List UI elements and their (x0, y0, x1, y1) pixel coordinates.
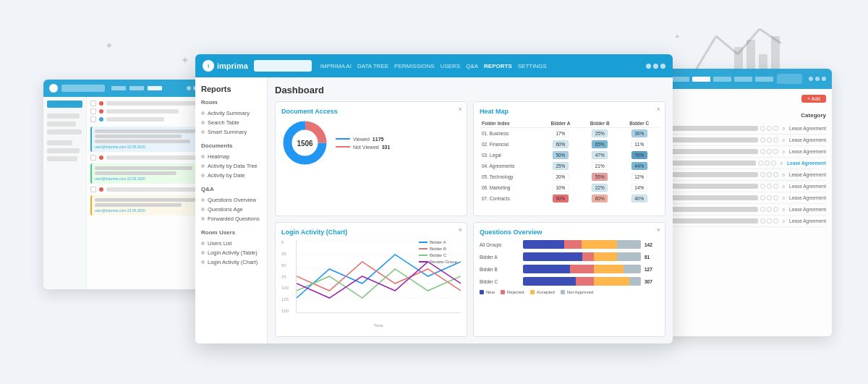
right-item-icon[interactable] (765, 161, 770, 166)
heatmap-folder: 03. Legal (480, 150, 541, 161)
nav-imprima-ai[interactable]: IMPRIMA AI (320, 63, 352, 69)
heatmap-cell: 30% (619, 128, 659, 140)
right-item-icon[interactable] (767, 184, 772, 189)
heatmap-cell: 14% (619, 182, 659, 193)
right-item-icon[interactable] (773, 184, 778, 189)
heatmap-row: 01. Business17%25%30% (480, 128, 659, 140)
sidebar-item-activity-summary[interactable]: Activity Summary (201, 108, 261, 118)
right-item-icon[interactable] (760, 207, 765, 212)
right-item-icon[interactable] (760, 172, 765, 177)
shadow-main: user@imprima.com 22.05.2020 user@imprima… (87, 97, 210, 289)
q-bar-segment (624, 265, 641, 273)
heatmap-table: Folder Index Bidder A Bidder B Bidder C … (480, 119, 659, 204)
right-nav-link-2 (692, 77, 710, 82)
q-legend-rejected: Rejected (501, 290, 524, 294)
right-item-icon[interactable] (760, 149, 765, 154)
sidebar-item-activity-date[interactable]: Activity by Date (201, 171, 261, 180)
right-item-icon[interactable] (767, 137, 772, 142)
login-activity-title: Login Activity (Chart) (281, 229, 461, 236)
y-label-150: 150 (281, 309, 296, 313)
right-item-icon[interactable] (773, 207, 778, 212)
right-item-icon[interactable] (760, 126, 765, 131)
right-item-icon[interactable] (767, 149, 772, 154)
sidebar-dot-9 (201, 217, 205, 221)
right-item-icon[interactable] (773, 218, 778, 223)
shadow-bar-3 (47, 129, 82, 135)
nav-users[interactable]: USERS (441, 63, 461, 69)
sidebar-item-questions-age[interactable]: Questions Age (201, 205, 261, 214)
legend-c-color (419, 255, 427, 256)
sidebar-dot-6 (201, 174, 205, 177)
nav-dot-1 (646, 64, 651, 69)
right-nav-link-1 (671, 77, 689, 82)
nav-logo: i imprima (203, 60, 248, 72)
right-item-icon[interactable] (773, 149, 778, 154)
shadow-q-line-3 (95, 140, 190, 143)
shadow-search (61, 85, 105, 92)
heat-map-close[interactable]: × (657, 106, 660, 113)
q-bar-value: 307 (644, 279, 659, 284)
sidebar-dot-8 (201, 208, 205, 211)
right-item-icon[interactable] (760, 195, 765, 200)
heatmap-cell: 90% (541, 193, 580, 204)
shadow-email-1: user@imprima.com 22.05.2020 (95, 145, 203, 149)
sidebar-item-questions-overview[interactable]: Questions Overview (201, 195, 261, 205)
sidebar-item-activity-data-tree[interactable]: Activity by Data Tree (201, 161, 261, 171)
shadow-a-line-2 (95, 171, 176, 175)
right-item-icon[interactable] (767, 207, 772, 212)
right-item-icon[interactable] (758, 161, 763, 166)
right-item-icon[interactable] (773, 172, 778, 177)
nav-permissions[interactable]: PERMISSIONS (394, 63, 435, 69)
nav-data-tree[interactable]: DATA TREE (357, 63, 388, 69)
right-list-item: 0Lease Agreement (671, 181, 826, 192)
right-item-icon[interactable] (767, 218, 772, 223)
sidebar-item-login-chart[interactable]: Login Activity (Chart) (201, 257, 261, 267)
y-label-125: 125 (281, 297, 296, 302)
shadow-row-5 (90, 187, 206, 192)
heatmap-cell: 40% (619, 193, 659, 204)
sidebar-item-heatmap[interactable]: Heatmap (201, 152, 261, 161)
nav-search-bar[interactable] (254, 60, 312, 72)
q-bar-container (523, 277, 641, 286)
right-item-count: 0 (780, 138, 787, 142)
right-item-icon[interactable] (773, 195, 778, 200)
nav-reports[interactable]: REPORTS (484, 63, 512, 69)
right-item-icon[interactable] (767, 172, 772, 177)
right-item-icon[interactable] (760, 184, 765, 189)
sidebar-item-search-table[interactable]: Search Table (201, 118, 261, 127)
dashboard: Dashboard Document Access × 1506 (268, 77, 673, 344)
right-item-controls: 0 (760, 195, 787, 200)
right-item-icon[interactable] (771, 161, 776, 166)
right-item-icon[interactable] (760, 137, 765, 142)
login-activity-close[interactable]: × (459, 226, 462, 234)
questions-bars: All Groups142Bidder A81Bidder B127Bidder… (480, 240, 659, 286)
right-item-icon[interactable] (767, 195, 772, 200)
right-nav-bar (665, 69, 832, 89)
legend-not-viewed: Not Viewed 331 (336, 145, 390, 150)
nav-settings[interactable]: SETTINGS (518, 63, 547, 69)
y-label-50: 50 (281, 263, 296, 268)
right-list-item: 0Lease Agreement (671, 192, 826, 204)
q-bar-container (523, 252, 641, 261)
sidebar-item-forwarded-questions[interactable]: Forwarded Questions (201, 214, 261, 223)
q-bar-label: Bidder C (480, 279, 519, 284)
right-item-icon[interactable] (773, 137, 778, 142)
q-bar-segment (582, 240, 617, 249)
right-item-icon[interactable] (760, 218, 765, 223)
right-add-button[interactable]: + Add (801, 95, 826, 103)
shadow-row-2 (90, 108, 206, 114)
document-access-card: Document Access × 1506 (275, 101, 467, 216)
nav-qa[interactable]: Q&A (466, 63, 478, 69)
doc-access-close[interactable]: × (459, 106, 462, 113)
questions-overview-close[interactable]: × (657, 226, 660, 234)
shadow-nav-bar (43, 80, 210, 97)
q-bar-segment (523, 277, 576, 286)
q-bar-label: Bidder A (480, 255, 519, 260)
sidebar-item-login-table[interactable]: Login Activity (Table) (201, 248, 261, 257)
sidebar-item-smart-summary[interactable]: Smart Summary (201, 127, 261, 137)
right-item-icon[interactable] (773, 126, 778, 131)
right-search[interactable] (777, 74, 802, 84)
sidebar-item-users-list[interactable]: Users List (201, 239, 261, 248)
right-item-bar (671, 195, 758, 200)
right-item-icon[interactable] (767, 126, 772, 131)
